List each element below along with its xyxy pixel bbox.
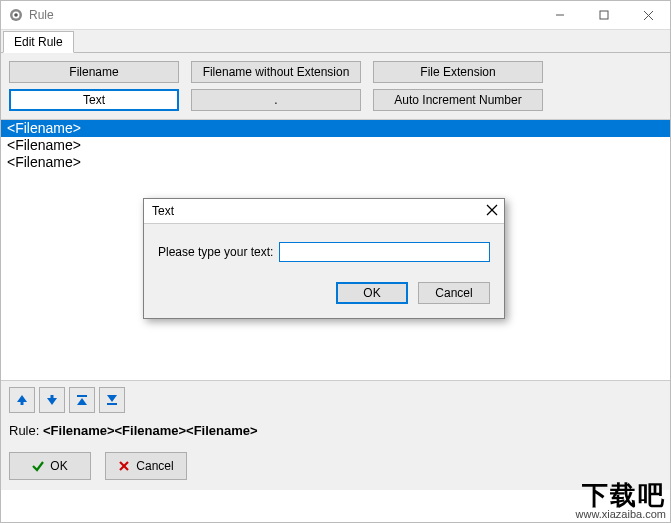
rule-value: <Filename><Filename><Filename>	[43, 423, 258, 438]
list-item[interactable]: <Filename>	[1, 137, 670, 154]
svg-point-2	[14, 13, 18, 17]
filename-button[interactable]: Filename	[9, 61, 179, 83]
filename-without-extension-button[interactable]: Filename without Extension	[191, 61, 361, 83]
list-item[interactable]: <Filename>	[1, 120, 670, 137]
dialog-prompt-label: Please type your text:	[158, 245, 273, 259]
rule-list[interactable]: <Filename> <Filename> <Filename> Text Pl…	[1, 120, 670, 381]
dialog-close-button[interactable]	[486, 203, 498, 219]
minimize-button[interactable]	[538, 1, 582, 29]
svg-marker-14	[77, 398, 87, 405]
svg-rect-4	[600, 11, 608, 19]
close-icon	[486, 204, 498, 216]
window-title: Rule	[29, 8, 538, 22]
check-icon	[32, 460, 44, 472]
svg-marker-9	[17, 395, 27, 402]
move-up-button[interactable]	[9, 387, 35, 413]
minimize-icon	[555, 10, 565, 20]
reorder-toolbar	[9, 387, 662, 413]
rule-label: Rule:	[9, 423, 39, 438]
ok-button-label: OK	[50, 459, 67, 473]
move-to-bottom-button[interactable]	[99, 387, 125, 413]
auto-increment-button[interactable]: Auto Increment Number	[373, 89, 543, 111]
titlebar: Rule	[1, 1, 670, 30]
dialog-title: Text	[152, 204, 486, 218]
svg-rect-10	[21, 401, 24, 405]
dialog-ok-button[interactable]: OK	[336, 282, 408, 304]
x-icon	[118, 460, 130, 472]
text-input[interactable]	[279, 242, 490, 262]
close-button[interactable]	[626, 1, 670, 29]
dot-button[interactable]: .	[191, 89, 361, 111]
list-item[interactable]: <Filename>	[1, 154, 670, 171]
text-dialog: Text Please type your text: OK Cancel	[143, 198, 505, 319]
move-to-top-button[interactable]	[69, 387, 95, 413]
dialog-cancel-button[interactable]: Cancel	[418, 282, 490, 304]
file-extension-button[interactable]: File Extension	[373, 61, 543, 83]
svg-rect-13	[77, 395, 87, 397]
app-icon	[9, 8, 23, 22]
main-window: Rule Edit Rule Filename Filename without…	[0, 0, 671, 523]
arrow-up-icon	[15, 393, 29, 407]
arrow-down-icon	[45, 393, 59, 407]
arrow-to-bottom-icon	[105, 393, 119, 407]
svg-marker-15	[107, 395, 117, 402]
cancel-button[interactable]: Cancel	[105, 452, 187, 480]
svg-rect-16	[107, 403, 117, 405]
tabstrip: Edit Rule	[1, 30, 670, 53]
maximize-icon	[599, 10, 609, 20]
arrow-to-top-icon	[75, 393, 89, 407]
tab-edit-rule[interactable]: Edit Rule	[3, 31, 74, 53]
toolbar: Filename Filename without Extension File…	[1, 53, 670, 120]
cancel-button-label: Cancel	[136, 459, 173, 473]
svg-marker-11	[47, 398, 57, 405]
rule-preview: Rule: <Filename><Filename><Filename>	[9, 423, 662, 438]
text-button[interactable]: Text	[9, 89, 179, 111]
maximize-button[interactable]	[582, 1, 626, 29]
ok-button[interactable]: OK	[9, 452, 91, 480]
svg-rect-12	[51, 395, 54, 399]
move-down-button[interactable]	[39, 387, 65, 413]
bottom-panel: Rule: <Filename><Filename><Filename> OK …	[1, 381, 670, 490]
watermark-url: www.xiazaiba.com	[576, 508, 666, 520]
dialog-titlebar: Text	[144, 199, 504, 224]
close-icon	[643, 10, 654, 21]
